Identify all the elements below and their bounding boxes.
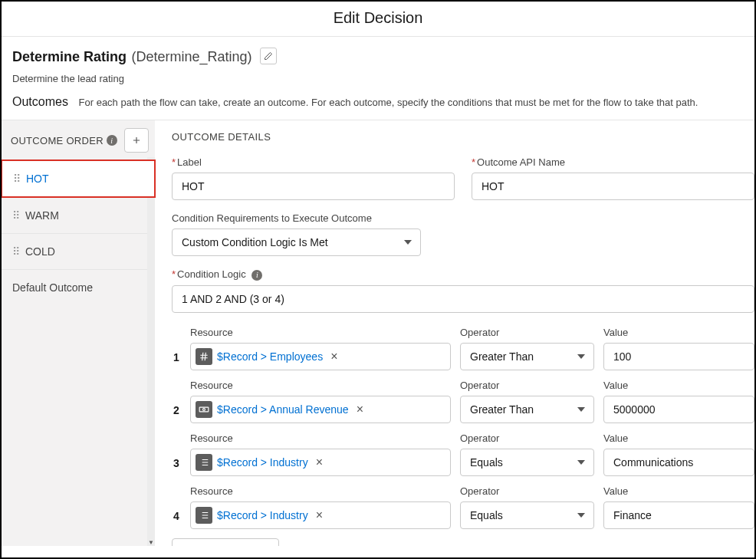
outcomes-heading: Outcomes	[12, 95, 68, 108]
resource-type-icon	[196, 507, 212, 524]
clear-resource-icon[interactable]: ×	[353, 403, 366, 416]
resource-header: Resource	[190, 485, 451, 497]
drag-handle-icon[interactable]: ⠿	[13, 173, 18, 185]
condition-row: 4Resource$Record > Industry×OperatorValu…	[172, 485, 754, 529]
condition-number: 1	[172, 351, 181, 370]
operator-value[interactable]	[460, 449, 594, 476]
condition-number: 3	[172, 457, 181, 476]
resource-pill-text: $Record > Annual Revenue	[214, 403, 352, 416]
condition-requirements-select[interactable]	[172, 229, 421, 256]
value-input[interactable]	[603, 449, 754, 476]
plus-icon: +	[185, 545, 193, 547]
outcomes-header-row: Outcomes For each path the flow can take…	[2, 92, 754, 120]
outcome-item-label: WARM	[25, 209, 59, 222]
add-condition-label: Add Condition	[199, 546, 267, 547]
value-header: Value	[603, 485, 754, 497]
svg-point-1	[203, 408, 205, 410]
condition-row: 2Resource$Record > Annual Revenue×Operat…	[172, 380, 754, 423]
operator-value[interactable]	[460, 396, 594, 423]
resource-input[interactable]: $Record > Industry×	[190, 501, 451, 529]
condition-number: 2	[172, 404, 181, 423]
api-name-input[interactable]	[472, 173, 754, 200]
resource-type-icon	[196, 454, 212, 471]
drag-handle-icon[interactable]: ⠿	[12, 245, 18, 258]
outcome-order-sidebar: OUTCOME ORDER i ⠿ HOT ⠿ WARM ⠿ COLD Defa…	[2, 120, 155, 546]
resource-header: Resource	[190, 380, 451, 391]
operator-header: Operator	[460, 380, 594, 391]
api-name-field-label: *Outcome API Name	[472, 156, 754, 168]
condition-number: 4	[172, 510, 181, 529]
outcome-item-default[interactable]: Default Outcome	[2, 269, 155, 305]
outcome-item-cold[interactable]: ⠿ COLD	[2, 233, 155, 269]
outcome-details-heading: OUTCOME DETAILS	[172, 131, 754, 143]
condition-logic-label: *Condition Logic i	[172, 268, 754, 281]
condition-requirements-value[interactable]	[172, 229, 421, 256]
operator-header: Operator	[460, 327, 594, 338]
resource-input[interactable]: $Record > Employees×	[190, 343, 451, 370]
operator-select[interactable]	[460, 343, 594, 370]
modal-title: Edit Decision	[2, 2, 754, 37]
clear-resource-icon[interactable]: ×	[313, 508, 326, 522]
outcome-item-label: COLD	[25, 245, 55, 258]
label-field-label: *Label	[172, 156, 455, 168]
resource-type-icon	[196, 348, 212, 365]
decision-title-row: Determine Rating (Determine_Rating)	[2, 37, 754, 68]
outcomes-help-text: For each path the flow can take, create …	[79, 97, 698, 108]
clear-resource-icon[interactable]: ×	[327, 350, 340, 363]
add-outcome-button[interactable]	[124, 128, 149, 153]
outcome-details-panel: OUTCOME DETAILS *Label *Outcome API Name…	[155, 120, 754, 546]
svg-rect-0	[199, 407, 209, 412]
condition-requirements-label: Condition Requirements to Execute Outcom…	[172, 212, 754, 224]
decision-label: Determine Rating	[12, 49, 127, 64]
value-header: Value	[603, 432, 754, 444]
outcome-item-label: Default Outcome	[12, 281, 93, 294]
operator-header: Operator	[460, 485, 594, 497]
drag-handle-icon[interactable]: ⠿	[12, 209, 18, 222]
resource-header: Resource	[190, 432, 451, 444]
condition-logic-input[interactable]	[172, 285, 754, 313]
outcome-item-hot[interactable]: ⠿ HOT	[1, 159, 156, 198]
decision-description: Determine the lead rating	[2, 68, 754, 92]
resource-pill-text: $Record > Industry	[214, 509, 311, 521]
pencil-icon	[264, 51, 273, 61]
operator-value[interactable]	[460, 343, 594, 370]
resource-header: Resource	[190, 327, 451, 338]
plus-icon	[131, 135, 142, 146]
value-input[interactable]	[603, 343, 754, 370]
value-header: Value	[603, 327, 754, 338]
operator-select[interactable]	[460, 501, 594, 529]
condition-row: 1Resource$Record > Employees×OperatorVal…	[172, 327, 754, 370]
value-input[interactable]	[603, 501, 754, 529]
label-input[interactable]	[172, 173, 455, 200]
scroll-down-icon[interactable]: ▼	[147, 538, 155, 546]
outcome-item-label: HOT	[26, 173, 49, 185]
info-icon[interactable]: i	[251, 270, 262, 281]
value-header: Value	[603, 380, 754, 391]
resource-type-icon	[196, 401, 212, 418]
info-icon[interactable]: i	[107, 135, 117, 146]
decision-api-name: (Determine_Rating)	[131, 49, 251, 64]
resource-input[interactable]: $Record > Annual Revenue×	[190, 396, 451, 423]
value-input[interactable]	[603, 396, 754, 423]
edit-label-button[interactable]	[260, 48, 277, 64]
operator-header: Operator	[460, 432, 594, 444]
resource-pill-text: $Record > Industry	[214, 456, 311, 469]
resource-input[interactable]: $Record > Industry×	[190, 449, 451, 476]
operator-select[interactable]	[460, 449, 594, 476]
operator-value[interactable]	[460, 501, 594, 529]
operator-select[interactable]	[460, 396, 594, 423]
resource-pill-text: $Record > Employees	[214, 350, 326, 363]
add-condition-button[interactable]: + Add Condition	[172, 538, 279, 547]
condition-row: 3Resource$Record > Industry×OperatorValu…	[172, 432, 754, 476]
outcome-order-heading: OUTCOME ORDER i	[11, 135, 117, 146]
clear-resource-icon[interactable]: ×	[313, 455, 326, 469]
outcome-item-warm[interactable]: ⠿ WARM	[2, 197, 155, 233]
sidebar-scrollbar[interactable]: ▲ ▼	[147, 157, 155, 546]
